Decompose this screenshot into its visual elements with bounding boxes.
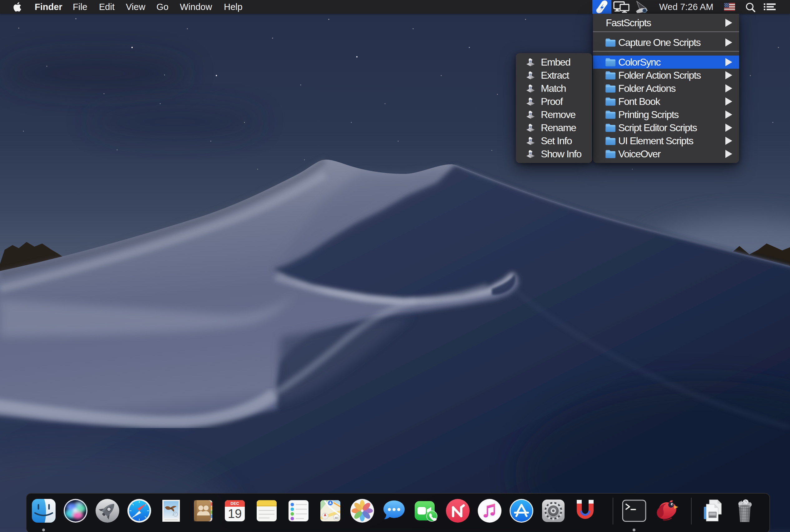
svg-text:DEC: DEC	[230, 501, 239, 506]
svg-text:19: 19	[228, 507, 242, 520]
svg-text:3D: 3D	[334, 516, 338, 519]
